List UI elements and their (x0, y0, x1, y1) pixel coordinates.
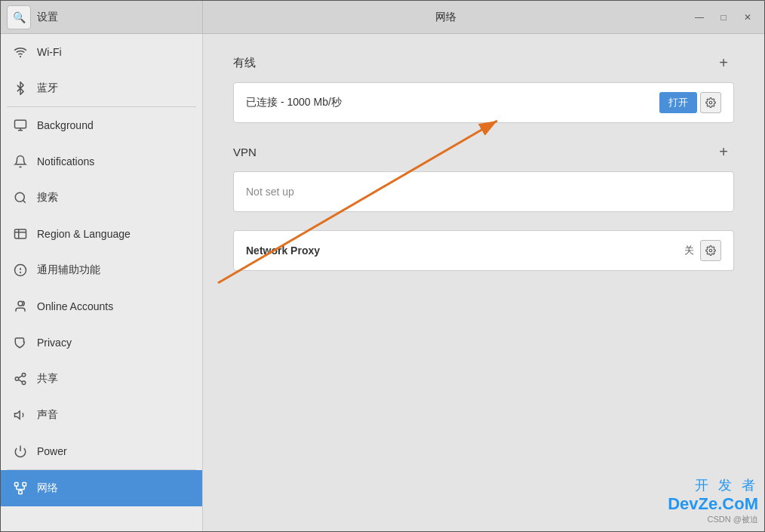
sidebar-sound-label: 声音 (37, 408, 58, 422)
svg-point-27 (709, 249, 712, 252)
titlebar-network-label: 网络 (435, 11, 456, 24)
svg-point-12 (15, 377, 19, 381)
sidebar-online-accounts-label: Online Accounts (37, 300, 113, 312)
sidebar-item-wifi[interactable]: Wi-Fi (1, 34, 202, 70)
sidebar-network-label: 网络 (37, 481, 58, 495)
titlebar-center: 网络 (203, 11, 689, 24)
sidebar-search-label: 搜索 (37, 191, 58, 204)
notifications-icon (13, 154, 28, 169)
bluetooth-icon (13, 81, 28, 96)
sidebar-bluetooth-label: 蓝牙 (37, 81, 58, 95)
search-icon (13, 190, 28, 205)
sidebar-item-power[interactable]: Power (1, 433, 202, 469)
svg-point-4 (15, 192, 24, 201)
sidebar-item-online-accounts[interactable]: Online Accounts (1, 288, 202, 324)
search-button[interactable]: 🔍 (7, 5, 31, 29)
proxy-settings-button[interactable] (700, 240, 721, 261)
background-icon (13, 118, 28, 133)
svg-point-26 (709, 101, 712, 104)
app-window: 🔍 设置 网络 — □ ✕ Wi (0, 0, 765, 532)
sharing-icon (13, 371, 28, 386)
sidebar-item-notifications[interactable]: Notifications (1, 143, 202, 180)
sidebar-accessibility-label: 通用辅助功能 (37, 263, 100, 277)
sound-icon (13, 407, 28, 423)
region-icon (13, 226, 28, 241)
sidebar-item-accessibility[interactable]: 通用辅助功能 (1, 252, 202, 288)
vpn-card: Not set up (233, 171, 734, 212)
sidebar-notifications-label: Notifications (37, 155, 94, 168)
content-area: Wi-Fi 蓝牙 Backg (1, 34, 764, 531)
sidebar-item-search[interactable]: 搜索 (1, 180, 202, 216)
proxy-card: Network Proxy 关 (233, 230, 734, 271)
wifi-icon (13, 45, 28, 60)
vpn-section: VPN + Not set up (233, 141, 734, 212)
accessibility-icon (13, 263, 28, 278)
wired-open-button[interactable]: 打开 (659, 92, 697, 113)
sidebar-item-sharing[interactable]: 共享 (1, 361, 202, 397)
sidebar: Wi-Fi 蓝牙 Backg (1, 34, 203, 531)
sidebar-privacy-label: Privacy (37, 337, 72, 349)
sidebar-sharing-label: 共享 (37, 372, 58, 386)
proxy-section: Network Proxy 关 (233, 230, 734, 271)
sidebar-power-label: Power (37, 445, 67, 457)
sidebar-item-background[interactable]: Background (1, 107, 202, 143)
svg-rect-18 (15, 483, 19, 487)
wired-header: 有线 + (233, 52, 734, 73)
wired-title: 有线 (233, 56, 256, 70)
svg-marker-16 (15, 411, 20, 420)
main-content: 有线 + 已连接 - 1000 Mb/秒 打开 (203, 34, 764, 531)
network-icon (13, 481, 28, 496)
sidebar-item-network[interactable]: 网络 (1, 470, 202, 506)
wired-card: 已连接 - 1000 Mb/秒 打开 (233, 82, 734, 123)
privacy-icon (13, 335, 28, 350)
maximize-button[interactable]: □ (713, 7, 734, 28)
svg-point-13 (22, 381, 26, 385)
sidebar-background-label: Background (37, 119, 94, 131)
proxy-actions: 关 (684, 240, 721, 261)
wired-actions: 打开 (659, 92, 721, 113)
sidebar-item-sound[interactable]: 声音 (1, 397, 202, 433)
close-button[interactable]: ✕ (737, 7, 758, 28)
wired-settings-button[interactable] (700, 92, 721, 113)
wired-add-button[interactable]: + (713, 52, 734, 73)
svg-rect-1 (15, 120, 26, 128)
wired-status: 已连接 - 1000 Mb/秒 (246, 96, 659, 109)
vpn-title: VPN (233, 146, 257, 158)
svg-point-10 (18, 301, 23, 306)
proxy-title: Network Proxy (246, 244, 684, 257)
proxy-status: 关 (684, 244, 694, 257)
titlebar-left: 🔍 设置 (1, 1, 203, 33)
sidebar-item-bluetooth[interactable]: 蓝牙 (1, 70, 202, 106)
online-accounts-icon (13, 299, 28, 314)
vpn-add-button[interactable]: + (713, 141, 734, 162)
svg-line-14 (18, 380, 22, 382)
wired-section: 有线 + 已连接 - 1000 Mb/秒 打开 (233, 52, 734, 123)
svg-rect-20 (19, 490, 23, 494)
titlebar-settings-label: 设置 (37, 11, 58, 24)
svg-point-11 (22, 374, 26, 377)
sidebar-region-label: Region & Language (37, 228, 131, 240)
vpn-not-setup: Not set up (246, 186, 294, 198)
power-icon (13, 444, 28, 459)
svg-rect-6 (15, 229, 26, 238)
sidebar-item-region[interactable]: Region & Language (1, 216, 202, 252)
minimize-button[interactable]: — (689, 7, 710, 28)
vpn-header: VPN + (233, 141, 734, 162)
window-controls: — □ ✕ (689, 7, 764, 28)
svg-line-15 (18, 376, 22, 378)
svg-line-5 (23, 200, 25, 202)
sidebar-wifi-label: Wi-Fi (37, 46, 62, 58)
titlebar: 🔍 设置 网络 — □ ✕ (1, 1, 764, 34)
svg-rect-19 (23, 483, 26, 487)
sidebar-item-privacy[interactable]: Privacy (1, 324, 202, 361)
